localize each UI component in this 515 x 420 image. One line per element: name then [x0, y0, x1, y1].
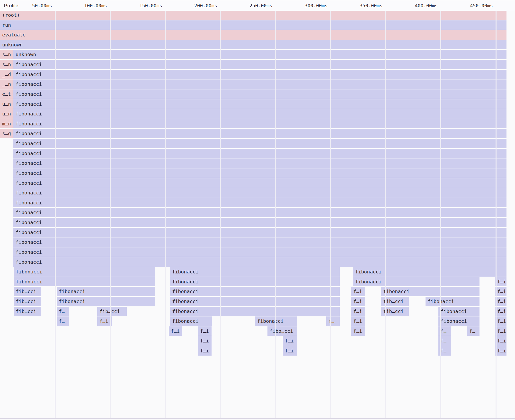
flame-graph[interactable]: (root)runevaluateunknowns…nunknowns…nfib… — [0, 0, 515, 420]
flame-frame[interactable]: u…n — [0, 99, 13, 109]
flame-frame[interactable]: f…i — [198, 346, 212, 356]
flame-frame[interactable]: f…i — [495, 326, 506, 336]
flame-frame[interactable]: f…i — [495, 287, 506, 296]
frame-label: e…t — [0, 89, 13, 99]
frame-label: fibonacci — [13, 129, 506, 138]
flame-frame[interactable]: fibonacci — [13, 257, 506, 267]
flame-frame[interactable]: fibo…cci — [267, 326, 297, 336]
flame-frame[interactable]: fibonacci — [170, 287, 340, 296]
time-tick-label: 100.00ms — [84, 0, 107, 11]
frame-label: fibonacci — [57, 297, 155, 306]
flame-frame[interactable]: fibonacci — [13, 158, 506, 168]
flame-frame[interactable]: f…i — [495, 277, 506, 287]
flame-frame[interactable]: f…i — [495, 307, 506, 316]
flame-frame[interactable]: fib…cci — [97, 307, 127, 316]
flame-frame[interactable]: f…i — [495, 336, 506, 346]
flame-frame[interactable]: fibonacci — [170, 307, 340, 316]
flame-frame[interactable]: fibonacci — [13, 228, 506, 237]
frame-label: u…n — [0, 99, 13, 109]
flame-frame[interactable]: fibonacci — [438, 316, 479, 326]
flame-frame[interactable]: fibonacci — [13, 129, 506, 138]
flame-frame[interactable]: f… — [57, 307, 69, 316]
flame-frame[interactable]: f…i — [495, 297, 506, 306]
flame-frame[interactable]: fib…cci — [14, 307, 41, 316]
frame-label: fibo…cci — [267, 326, 297, 336]
flame-frame[interactable]: fibonacci — [13, 149, 506, 158]
flame-frame[interactable]: fibonacci — [13, 237, 506, 247]
frame-label: fibonacci — [13, 247, 506, 257]
flame-frame[interactable]: unknown — [13, 50, 506, 59]
flame-frame[interactable]: u…n — [0, 109, 13, 119]
time-tick-label: 300.00ms — [305, 0, 328, 11]
flame-frame[interactable]: s…n — [0, 60, 13, 69]
flame-frame[interactable]: m…n — [0, 119, 13, 129]
frame-label: fibonacci — [170, 307, 340, 316]
flame-frame[interactable]: fibonacci — [13, 89, 506, 99]
flame-frame[interactable]: fibonacci — [14, 267, 155, 277]
frame-label: f…i — [495, 307, 506, 316]
flame-frame[interactable]: fibonacci — [57, 297, 155, 306]
flame-frame[interactable]: fibonacci — [170, 297, 340, 306]
flame-frame[interactable]: fibonacci — [13, 109, 506, 119]
flame-frame[interactable]: fibonacci — [381, 287, 479, 296]
flame-frame[interactable]: fibonacci — [13, 139, 506, 148]
flame-frame[interactable]: f…i — [351, 316, 365, 326]
frame-label: f…i — [283, 346, 297, 356]
flame-frame[interactable]: fibonacci — [13, 208, 506, 217]
flame-frame[interactable]: fibonacci — [170, 277, 340, 287]
flame-frame[interactable]: fibonacci — [13, 70, 506, 79]
profile-tab[interactable]: Profile — [4, 0, 18, 11]
flame-frame[interactable]: fibonacci — [13, 168, 506, 178]
flame-frame[interactable]: fibonacci — [170, 267, 340, 277]
flame-frame[interactable]: f…i — [198, 336, 212, 346]
flame-frame[interactable]: fibonacci — [353, 267, 506, 277]
flame-frame[interactable]: f…i — [495, 346, 506, 356]
flame-frame[interactable]: fibonacci — [13, 99, 506, 109]
flame-frame[interactable]: fibonacci — [13, 60, 506, 69]
flame-frame[interactable]: run — [0, 20, 506, 30]
frame-label: fibonacci — [13, 89, 506, 99]
flame-frame[interactable]: f…i — [351, 326, 365, 336]
flame-frame[interactable]: _…n — [0, 79, 13, 89]
flame-frame[interactable]: fibonacci — [13, 198, 506, 208]
frame-label: fibonacci — [13, 188, 506, 198]
flame-frame[interactable]: fib…cci — [14, 287, 41, 296]
flame-frame[interactable]: fibonacci — [57, 287, 155, 296]
frame-label: f…i — [351, 326, 365, 336]
flame-frame[interactable]: f… — [467, 326, 479, 336]
flame-frame[interactable]: fib…cci — [14, 297, 41, 306]
flame-frame[interactable]: f… — [57, 316, 69, 326]
flame-frame[interactable]: fibonacci — [170, 316, 212, 326]
flame-frame[interactable]: fibonacci — [14, 277, 155, 287]
frame-label: fibonacci — [13, 168, 506, 178]
flame-frame[interactable]: fibonacci — [13, 247, 506, 257]
gridline — [110, 10, 111, 418]
flame-frame[interactable]: fibonacci — [13, 79, 506, 89]
flame-frame[interactable]: fibonacci — [13, 178, 506, 188]
flame-frame[interactable]: s…n — [0, 50, 13, 59]
flame-frame[interactable]: fibonacci — [255, 316, 297, 326]
flame-frame[interactable]: f…i — [283, 336, 297, 346]
flame-frame[interactable]: fibonacci — [438, 307, 479, 316]
flame-frame[interactable]: evaluate — [0, 30, 506, 40]
flame-frame[interactable]: _…d — [0, 70, 13, 79]
flame-frame[interactable]: fibonacci — [13, 218, 506, 227]
flame-frame[interactable]: e…t — [0, 89, 13, 99]
flame-frame[interactable]: fibonacci — [426, 297, 479, 306]
flame-frame[interactable]: fibonacci — [13, 188, 506, 198]
flame-frame[interactable]: fibonacci — [353, 277, 479, 287]
frame-label: fibonacci — [13, 60, 506, 69]
flame-frame[interactable]: f…i — [495, 316, 506, 326]
flame-frame[interactable]: f…i — [351, 307, 365, 316]
flame-frame[interactable]: f…i — [351, 297, 365, 306]
flame-frame[interactable]: f… — [326, 316, 340, 326]
frame-label: fibonacci — [13, 158, 506, 168]
flame-frame[interactable]: f…i — [283, 346, 297, 356]
flame-frame[interactable]: f…i — [198, 326, 212, 336]
flame-frame[interactable]: (root) — [0, 10, 506, 20]
flame-frame[interactable]: s…g — [0, 129, 13, 138]
flame-frame[interactable]: fibonacci — [13, 119, 506, 129]
flame-frame[interactable]: f…i — [169, 326, 182, 336]
flame-frame[interactable]: f…i — [351, 287, 365, 296]
flame-frame[interactable]: unknown — [0, 40, 506, 50]
